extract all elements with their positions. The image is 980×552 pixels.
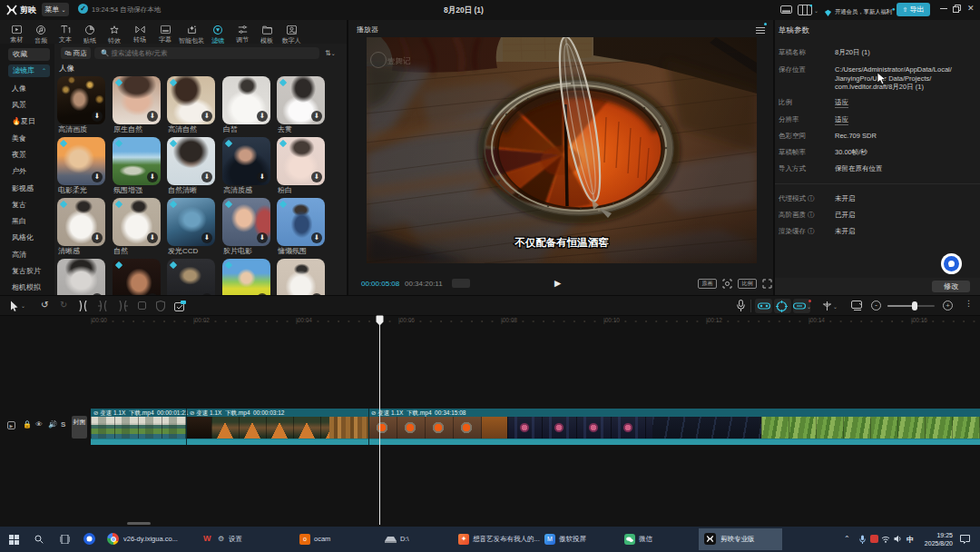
svg-text:壹舞记: 壹舞记 xyxy=(387,56,411,65)
svg-text:不仅配备有恒温酒窖: 不仅配备有恒温酒窖 xyxy=(514,236,609,249)
